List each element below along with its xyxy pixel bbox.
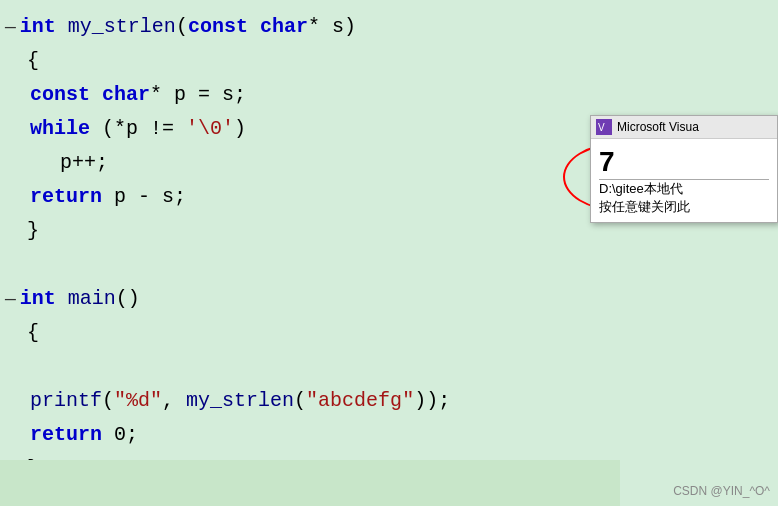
vs-icon: V [596, 119, 612, 135]
code-line-7: } [0, 214, 620, 248]
code-line-11 [0, 350, 620, 384]
code-line-4: while (*p != '\0') [0, 112, 620, 146]
code-area: — int my_strlen(const char* s) { const c… [0, 0, 620, 460]
popup-message: 按任意键关闭此 [599, 198, 769, 216]
watermark: CSDN @YIN_^O^ [673, 484, 770, 498]
popup-number: 7 [599, 145, 769, 179]
code-line-10: { [0, 316, 620, 350]
bottom-bar [0, 460, 620, 506]
code-line-2: { [0, 44, 620, 78]
code-line-13: return 0; [0, 418, 620, 452]
popup-path: D:\gitee本地代 [599, 180, 769, 198]
code-line-3: const char* p = s; [0, 78, 620, 112]
code-line-1: — int my_strlen(const char* s) [0, 10, 620, 44]
code-line-8 [0, 248, 620, 282]
popup-title-text: Microsoft Visua [617, 120, 699, 134]
collapse-marker-1: — [5, 12, 16, 43]
popup-title-bar: V Microsoft Visua [591, 116, 777, 139]
code-line-6: return p - s; [0, 180, 620, 214]
popup-dialog[interactable]: V Microsoft Visua 7 D:\gitee本地代 按任意键关闭此 [590, 115, 778, 223]
code-line-9: — int main() [0, 282, 620, 316]
code-line-5: p++; [0, 146, 620, 180]
collapse-marker-2: — [5, 284, 16, 315]
popup-body: 7 D:\gitee本地代 按任意键关闭此 [591, 139, 777, 222]
svg-text:V: V [598, 122, 605, 133]
code-line-12: printf("%d", my_strlen("abcdefg")); [0, 384, 620, 418]
